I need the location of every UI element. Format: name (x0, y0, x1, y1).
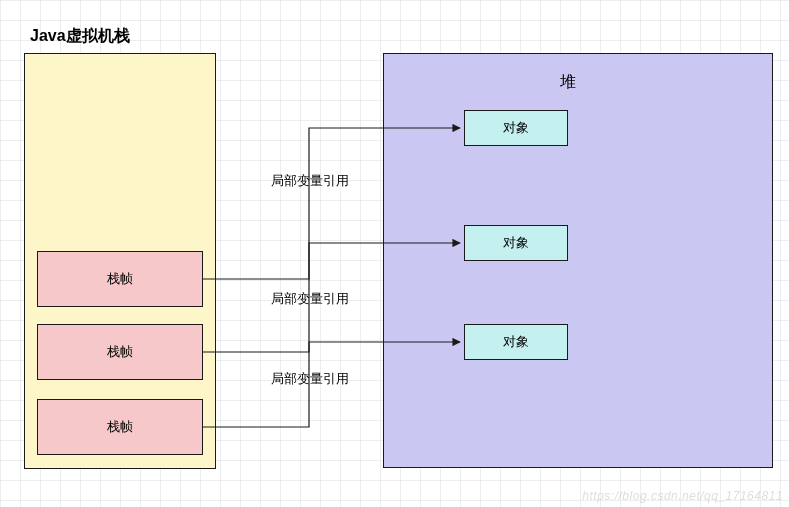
watermark: https://blog.csdn.net/qq_17164811 (582, 489, 783, 503)
arrows-layer (0, 0, 789, 507)
